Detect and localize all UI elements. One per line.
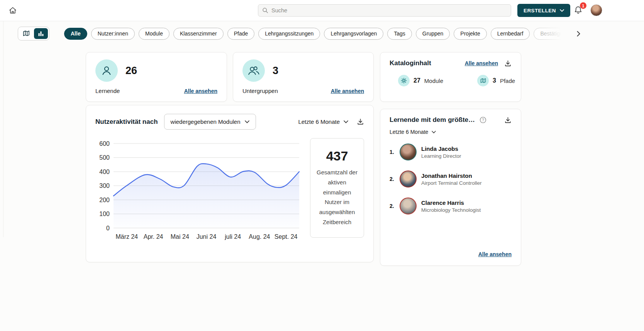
svg-text:?: ?: [482, 118, 484, 122]
leaderboard-view-all-link[interactable]: Alle ansehen: [478, 251, 512, 257]
user-avatar[interactable]: [590, 4, 602, 16]
stats-view-button[interactable]: [34, 28, 48, 39]
learners-count: 26: [125, 65, 137, 77]
filter-pill-tags[interactable]: Tags: [387, 28, 412, 40]
top-learners-list: 1. Linda Jacobs Learning Director 2. Jon…: [390, 144, 512, 214]
filter-pill-lehrgangssitzungen[interactable]: Lehrgangssitzungen: [258, 28, 320, 40]
bar-chart-icon: [38, 30, 44, 37]
learners-view-all-link[interactable]: Alle ansehen: [184, 88, 217, 94]
notifications-button[interactable]: 1: [574, 6, 584, 16]
download-icon: [504, 117, 512, 124]
modules-label: Module: [424, 78, 443, 84]
path-icon: [477, 75, 489, 86]
svg-text:Mai 24: Mai 24: [171, 233, 189, 240]
svg-text:600: 600: [99, 140, 110, 147]
list-item[interactable]: 2. Clarence Harris Microbiology Technolo…: [390, 198, 512, 214]
filter-pill-module[interactable]: Module: [139, 28, 169, 40]
catalog-view-all-link[interactable]: Alle ansehen: [465, 60, 498, 66]
list-item[interactable]: 1. Linda Jacobs Learning Director: [390, 144, 512, 160]
user-activity-card: Nutzeraktivität nach wiedergegebenen Mod…: [86, 105, 374, 262]
view-toggle: [18, 27, 49, 41]
search-input[interactable]: [271, 7, 507, 14]
svg-text:200: 200: [99, 197, 110, 203]
svg-text:Sept. 24: Sept. 24: [275, 233, 298, 240]
svg-text:400: 400: [99, 169, 110, 175]
top-learners-card: Lernende mit dem größte… ? Letzte 6 Mona…: [380, 109, 521, 266]
rank-label: 2.: [390, 203, 397, 209]
rank-label: 1.: [390, 149, 397, 155]
svg-text:Apr. 24: Apr. 24: [144, 233, 163, 240]
filter-bar: Alle Nutzer:innen Module Klassenzimmer P…: [0, 21, 644, 46]
avatar: [400, 198, 417, 214]
module-icon: [398, 75, 410, 86]
subgroups-count: 3: [273, 65, 278, 77]
svg-text:300: 300: [99, 182, 110, 189]
download-button[interactable]: [504, 117, 512, 124]
leaderboard-range-dropdown[interactable]: Letzte 6 Monate: [390, 129, 512, 135]
range-dropdown-value: Letzte 6 Monate: [298, 118, 340, 125]
metric-dropdown[interactable]: wiedergegebenen Modulen: [164, 114, 256, 130]
filter-pill-pfade[interactable]: Pfade: [227, 28, 255, 40]
learners-card: 26 Lernende Alle ansehen: [86, 52, 227, 102]
filter-pill-nutzerinnen[interactable]: Nutzer:innen: [91, 28, 135, 40]
leaderboard-range-value: Letzte 6 Monate: [390, 129, 428, 135]
create-button[interactable]: ERSTELLEN: [517, 4, 570, 17]
home-button[interactable]: [8, 6, 17, 16]
learner-role: Microbiology Technologist: [421, 207, 481, 213]
active-users-total: 437: [315, 149, 359, 164]
catalog-view-button[interactable]: [19, 28, 33, 39]
active-users-caption: Gesamtzahl der aktiven einmaligen Nutzer…: [315, 167, 359, 227]
learner-icon: [95, 59, 118, 82]
subgroups-card: 3 Untergruppen Alle ansehen: [233, 52, 374, 102]
filter-pill-klassenzimmer[interactable]: Klassenzimmer: [173, 28, 224, 40]
activity-area-chart: 0100200300400500600März 24Apr. 24Mai 24J…: [95, 138, 304, 241]
chevron-right-icon: [577, 31, 580, 37]
svg-text:0: 0: [106, 225, 110, 231]
paths-label: Pfade: [500, 78, 515, 84]
modules-count: 27: [414, 77, 420, 84]
catalog-card: Kataloginhalt Alle ansehen: [380, 52, 521, 102]
filter-pill-bestaetigungen[interactable]: Bestätigungen: [534, 28, 571, 40]
svg-text:März 24: März 24: [115, 233, 138, 240]
subgroups-label: Untergruppen: [242, 88, 278, 94]
activity-title: Nutzeraktivität nach: [95, 118, 158, 126]
scroll-right-button[interactable]: [573, 28, 584, 39]
learners-label: Lernende: [95, 88, 120, 94]
filter-pill-alle[interactable]: Alle: [64, 28, 87, 40]
avatar: [400, 171, 417, 187]
rank-label: 2.: [390, 176, 397, 182]
learner-name: Linda Jacobs: [421, 145, 461, 152]
catalog-paths-item: 3 Pfade: [477, 75, 515, 86]
learner-role: Learning Director: [421, 153, 461, 159]
notification-badge: 1: [580, 2, 586, 9]
chevron-down-icon: [245, 120, 249, 123]
avatar: [400, 144, 417, 160]
filter-pill-gruppen[interactable]: Gruppen: [416, 28, 450, 40]
svg-text:Aug. 24: Aug. 24: [249, 233, 270, 240]
left-edge-divider: [3, 21, 3, 237]
topbar: ERSTELLEN 1: [0, 0, 644, 21]
search-icon: [262, 7, 268, 14]
range-dropdown[interactable]: Letzte 6 Monate: [298, 118, 348, 125]
subgroups-view-all-link[interactable]: Alle ansehen: [331, 88, 364, 94]
download-icon: [504, 60, 512, 67]
chevron-down-icon: [560, 9, 564, 12]
help-button[interactable]: ?: [480, 117, 486, 123]
chevron-down-icon: [344, 120, 348, 123]
search-bar[interactable]: [258, 4, 511, 17]
download-button[interactable]: [357, 118, 364, 125]
filter-pill-lernbedarf[interactable]: Lernbedarf: [491, 28, 530, 40]
catalog-icon: [23, 30, 30, 37]
activity-summary-box: 437 Gesamtzahl der aktiven einmaligen Nu…: [310, 138, 364, 238]
filter-pill-projekte[interactable]: Projekte: [454, 28, 486, 40]
download-button[interactable]: [504, 60, 512, 67]
download-icon: [357, 118, 364, 125]
dashboard-page: ERSTELLEN 1: [0, 0, 644, 331]
top-learners-title: Lernende mit dem größte…: [390, 116, 475, 124]
filter-pill-lehrgangsvorlagen[interactable]: Lehrgangsvorlagen: [324, 28, 383, 40]
metric-dropdown-value: wiedergegebenen Modulen: [171, 118, 241, 125]
list-item[interactable]: 2. Jonathan Hairston Airport Terminal Co…: [390, 171, 512, 187]
svg-text:500: 500: [99, 154, 110, 161]
help-icon: ?: [480, 117, 486, 123]
svg-text:juli 24: juli 24: [224, 233, 241, 240]
